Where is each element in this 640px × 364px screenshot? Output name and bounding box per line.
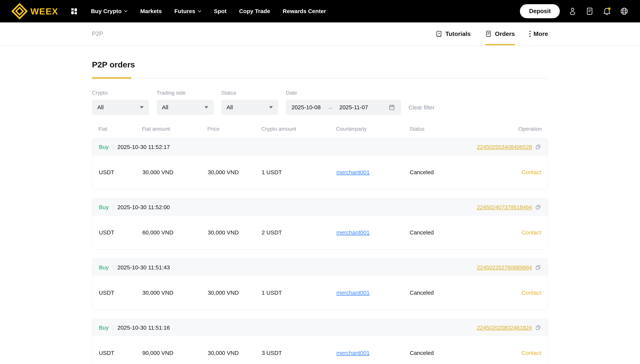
nav-label: Rewards Center (283, 8, 326, 14)
chevron-down-icon (198, 10, 202, 12)
order-id-link[interactable]: 224502020832461824 (477, 325, 532, 331)
order-card-header: Buy 2025-10-30 11:52:00 2245024073795184… (92, 199, 548, 216)
date-range-picker[interactable]: 2025-10-08 → 2025-11-07 (286, 100, 401, 115)
order-id-link[interactable]: 224502407379518464 (477, 204, 532, 210)
chevron-down-icon (124, 10, 128, 12)
status-select-value: All (226, 104, 233, 110)
order-id-link[interactable]: 224502252760689664 (477, 264, 532, 271)
nav-copy-trade[interactable]: Copy Trade (239, 8, 270, 14)
order-card-header: Buy 2025-10-30 11:52:17 2245025534084065… (92, 138, 548, 156)
order-id-link[interactable]: 224502553408406528 (477, 144, 532, 150)
trading-side-select-value: All (162, 104, 168, 110)
clear-filter-link[interactable]: Clear filter (408, 104, 434, 111)
order-side: Buy (99, 204, 109, 210)
trading-side-filter-label: Trading side (156, 90, 214, 96)
counterparty-link[interactable]: merchant001 (336, 169, 370, 175)
page-title: P2P orders (92, 60, 548, 69)
orders-label: Orders (495, 30, 515, 38)
apps-grid-icon[interactable] (70, 7, 78, 16)
arrow-right-icon: → (327, 104, 333, 110)
counterparty-cell: merchant001 (336, 290, 410, 296)
more-label: More (534, 30, 548, 38)
status-cell: Canceled (410, 350, 519, 356)
caret-down-icon (204, 106, 208, 108)
fiat-cell: USDT (99, 169, 142, 176)
col-crypto-amount: Crypto amount (261, 126, 336, 132)
order-card: Buy 2025-10-30 11:51:43 2245022527606896… (92, 258, 548, 310)
date-to-value: 2025-11-07 (339, 104, 368, 110)
notifications-bell-icon[interactable] (602, 7, 612, 16)
orders-tab[interactable]: Orders (485, 22, 515, 45)
order-row: USDT 30,000 VND 30,000 VND 1 USDT mercha… (92, 156, 548, 189)
col-fiat: Fiat (98, 126, 142, 132)
status-cell: Canceled (410, 290, 519, 296)
crypto-amount-cell: 1 USDT (262, 169, 336, 176)
contact-link[interactable]: Contact (522, 169, 541, 175)
order-time: 2025-10-30 11:51:43 (118, 264, 170, 271)
counterparty-link[interactable]: merchant001 (336, 350, 370, 356)
active-tab-underline (92, 77, 131, 79)
copy-icon[interactable] (535, 204, 541, 210)
nav-label: Futures (174, 8, 195, 14)
profile-icon[interactable] (568, 7, 577, 16)
tutorials-label: Tutorials (446, 30, 471, 38)
status-cell: Canceled (410, 169, 519, 176)
tutorials-link[interactable]: Tutorials (436, 22, 471, 45)
nav-futures[interactable]: Futures (174, 8, 202, 14)
language-globe-icon[interactable] (620, 7, 628, 16)
copy-icon[interactable] (535, 144, 541, 150)
date-from-value: 2025-10-08 (292, 104, 320, 110)
order-time: 2025-10-30 11:51:16 (118, 324, 170, 331)
col-counterparty: Counterparty (336, 126, 409, 132)
weex-logo-icon (12, 3, 28, 20)
nav-spot[interactable]: Spot (214, 8, 227, 14)
contact-link[interactable]: Contact (522, 290, 541, 296)
col-fiat-amount: Fiat amount (142, 126, 207, 132)
nav-rewards-center[interactable]: Rewards Center (283, 8, 326, 14)
brand-name: WEEX (30, 6, 58, 16)
copy-icon[interactable] (535, 325, 541, 331)
nav-label: Copy Trade (239, 8, 270, 14)
status-cell: Canceled (410, 229, 519, 236)
breadcrumb-p2p[interactable]: P2P (92, 30, 103, 37)
deposit-button[interactable]: Deposit (520, 4, 560, 18)
counterparty-link[interactable]: merchant001 (336, 290, 370, 296)
title-divider (92, 78, 548, 78)
nav-label: Spot (214, 8, 227, 14)
contact-link[interactable]: Contact (522, 229, 541, 236)
main-menu: Buy Crypto Markets Futures Spot Copy Tra… (91, 8, 326, 14)
price-cell: 30,000 VND (208, 290, 262, 296)
order-time: 2025-10-30 11:52:17 (118, 144, 170, 150)
order-side: Buy (99, 264, 109, 271)
nav-buy-crypto[interactable]: Buy Crypto (91, 8, 128, 14)
order-history-icon[interactable] (585, 7, 594, 16)
copy-icon[interactable] (535, 264, 541, 270)
crypto-select[interactable]: All (92, 100, 149, 115)
fiat-amount-cell: 30,000 VND (142, 290, 208, 296)
order-side: Buy (99, 324, 109, 331)
nav-markets[interactable]: Markets (140, 8, 162, 14)
fiat-cell: USDT (99, 290, 142, 296)
caret-down-icon (140, 106, 144, 108)
top-navigation: WEEX Buy Crypto Markets Futures (0, 0, 640, 22)
counterparty-cell: merchant001 (336, 229, 410, 236)
counterparty-link[interactable]: merchant001 (336, 229, 370, 236)
notification-dot (608, 8, 610, 10)
divider (113, 265, 113, 270)
caret-down-icon (269, 106, 273, 108)
orders-icon (485, 30, 492, 37)
status-select[interactable]: All (221, 100, 278, 115)
operation-cell: Contact (519, 350, 541, 356)
table-header-row: Fiat Fiat amount Price Crypto amount Cou… (92, 126, 548, 132)
more-menu[interactable]: More (530, 22, 548, 45)
weex-logo[interactable]: WEEX (12, 3, 58, 20)
contact-link[interactable]: Contact (522, 350, 541, 356)
order-card-header: Buy 2025-10-30 11:51:16 2245020208324618… (92, 319, 548, 336)
operation-cell: Contact (519, 290, 541, 296)
divider (113, 204, 113, 210)
nav-label: Markets (140, 8, 162, 14)
crypto-amount-cell: 3 USDT (262, 350, 336, 356)
trading-side-select[interactable]: All (156, 100, 214, 115)
status-filter-label: Status (221, 90, 278, 96)
order-row: USDT 60,000 VND 30,000 VND 2 USDT mercha… (92, 216, 548, 249)
